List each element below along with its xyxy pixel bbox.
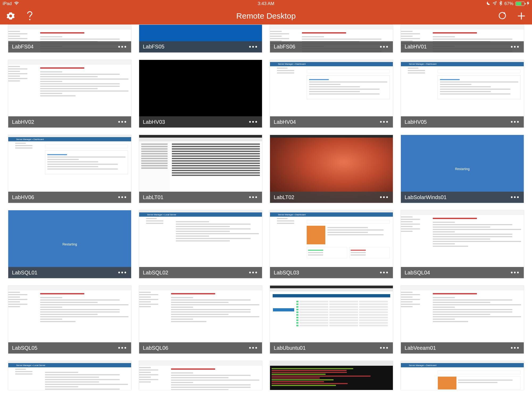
tile-footer: LabHV05 ••• (401, 116, 524, 127)
connection-tile[interactable]: LabSQL05 ••• (8, 285, 131, 354)
tile-footer: LabSQL02 ••• (139, 267, 262, 278)
connection-tile[interactable]: Server Manager • Local Server (8, 361, 131, 390)
add-button[interactable] (517, 12, 526, 20)
nav-left (6, 12, 34, 20)
tile-label: LabHV04 (274, 119, 296, 125)
tile-more-button[interactable]: ••• (249, 43, 258, 50)
battery-pct: 67% (504, 1, 513, 6)
connection-tile[interactable]: LabFS04 ••• (8, 24, 131, 53)
connection-tile[interactable]: LabFS06 ••• (270, 24, 393, 53)
connection-tile[interactable]: LabHV02 ••• (8, 60, 131, 128)
tile-footer: LabHV04 ••• (270, 116, 393, 127)
tile-label: LabLT01 (143, 194, 163, 200)
status-left: iPad (3, 1, 19, 6)
connection-tile[interactable]: Restarting LabSolarWinds01 ••• (401, 135, 524, 203)
tile-footer: LabSQL05 ••• (8, 342, 131, 353)
connection-tile[interactable]: LabLT01 ••• (139, 135, 262, 203)
connection-tile[interactable]: LabSQL04 ••• (401, 210, 524, 278)
connection-tile[interactable]: LabHV03 ••• (139, 60, 262, 128)
connection-tile[interactable]: LabFS05 ••• (139, 24, 262, 53)
tile-more-button[interactable]: ••• (249, 118, 258, 125)
tile-more-button[interactable]: ••• (118, 118, 127, 125)
connection-tile[interactable]: LabLT02 ••• (270, 135, 393, 203)
tile-label: LabVeeam01 (405, 345, 436, 351)
tile-footer: LabSQL01 ••• (8, 267, 131, 278)
moon-icon (486, 1, 491, 7)
connection-tile[interactable]: LabVeeam01 ••• (401, 285, 524, 354)
tile-footer: LabUbuntu01 ••• (270, 342, 393, 353)
tile-footer: LabVeeam01 ••• (401, 342, 524, 353)
tile-label: LabHV03 (143, 119, 165, 125)
connection-tile[interactable]: Server Manager • Dashboard LabHV04 ••• (270, 60, 393, 128)
ios-status-bar: iPad 3:43 AM 67% (0, 0, 532, 7)
tile-footer: LabSQL04 ••• (401, 267, 524, 278)
tile-more-button[interactable]: ••• (380, 194, 389, 201)
svg-point-0 (29, 19, 31, 20)
nav-right (498, 12, 526, 20)
tile-more-button[interactable]: ••• (380, 118, 389, 125)
tile-label: LabSQL04 (405, 270, 430, 276)
help-button[interactable] (26, 12, 34, 20)
page-title: Remote Desktop (236, 11, 296, 20)
tile-footer: LabHV06 ••• (8, 192, 131, 203)
tile-footer: LabFS06 ••• (270, 41, 393, 52)
tile-label: LabLT02 (274, 194, 294, 200)
status-right: 67% (486, 1, 529, 7)
tile-more-button[interactable]: ••• (380, 344, 389, 351)
settings-button[interactable] (6, 12, 15, 20)
connection-tile[interactable] (270, 361, 393, 390)
tile-footer: LabHV01 ••• (401, 41, 524, 52)
tile-label: LabSQL01 (12, 270, 38, 276)
nav-bar: Remote Desktop (0, 7, 532, 24)
tile-footer: LabSQL06 ••• (139, 342, 262, 353)
tile-label: LabSQL03 (274, 270, 299, 276)
tile-footer: LabLT02 ••• (270, 192, 393, 203)
tile-more-button[interactable]: ••• (511, 43, 520, 50)
status-time: 3:43 AM (258, 1, 274, 6)
location-icon (493, 1, 497, 7)
battery-fill (516, 2, 521, 5)
connection-tile[interactable]: Server Manager • Dashboard LabHV05 ••• (401, 60, 524, 128)
tile-more-button[interactable]: ••• (118, 344, 127, 351)
tile-label: LabUbuntu01 (274, 345, 306, 351)
device-label: iPad (3, 1, 12, 6)
tile-footer: LabFS05 ••• (139, 41, 262, 52)
tile-label: LabSQL06 (143, 345, 168, 351)
tile-more-button[interactable]: ••• (249, 194, 258, 201)
tile-label: LabFS06 (274, 44, 295, 50)
connection-tile[interactable]: Restarting LabSQL01 ••• (8, 210, 131, 278)
connection-tile[interactable] (139, 361, 262, 390)
tile-label: LabFS05 (143, 44, 164, 50)
tile-more-button[interactable]: ••• (380, 269, 389, 276)
tile-label: LabFS04 (12, 44, 34, 50)
tile-more-button[interactable]: ••• (511, 269, 520, 276)
tile-more-button[interactable]: ••• (249, 269, 258, 276)
tile-label: LabSolarWinds01 (405, 194, 447, 200)
tile-more-button[interactable]: ••• (249, 344, 258, 351)
tile-footer: LabSQL03 ••• (270, 267, 393, 278)
battery-icon (516, 2, 525, 6)
tile-more-button[interactable]: ••• (118, 269, 127, 276)
tile-more-button[interactable]: ••• (118, 194, 127, 201)
tile-more-button[interactable]: ••• (511, 194, 520, 201)
wifi-icon (14, 1, 19, 6)
refresh-button[interactable] (498, 12, 506, 20)
tile-label: LabHV06 (12, 194, 34, 200)
tile-footer: LabHV02 ••• (8, 116, 131, 127)
tile-more-button[interactable]: ••• (118, 43, 127, 50)
tile-label: LabHV05 (405, 119, 427, 125)
connection-tile[interactable]: LabUbuntu01 ••• (270, 285, 393, 354)
tile-label: LabHV02 (12, 119, 34, 125)
tile-label: LabHV01 (405, 44, 427, 50)
tile-more-button[interactable]: ••• (511, 118, 520, 125)
connection-tile[interactable]: LabSQL06 ••• (139, 285, 262, 354)
connection-tile[interactable]: Server Manager • Local Server LabSQL02 •… (139, 210, 262, 278)
connection-tile[interactable]: Server Manager • Dashboard LabHV06 ••• (8, 135, 131, 203)
tile-more-button[interactable]: ••• (511, 344, 520, 351)
tile-footer: LabLT01 ••• (139, 192, 262, 203)
tile-footer: LabFS04 ••• (8, 41, 131, 52)
connection-tile[interactable]: Server Manager • Dashboard LabSQL03 ••• (270, 210, 393, 278)
tile-more-button[interactable]: ••• (380, 43, 389, 50)
connection-tile[interactable]: LabHV01 ••• (401, 24, 524, 53)
connection-tile[interactable]: Server Manager • Dashboard (401, 361, 524, 390)
